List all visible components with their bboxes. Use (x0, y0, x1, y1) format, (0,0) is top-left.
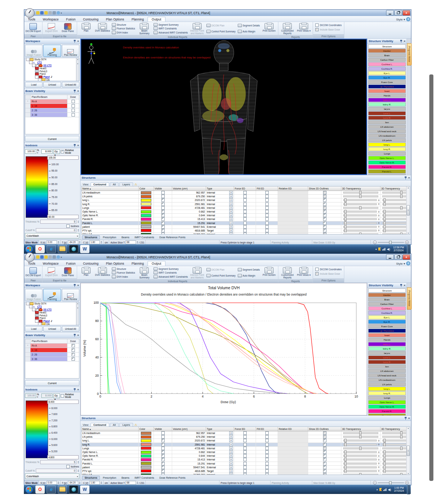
type-dropdown-icon[interactable]: ▾ (229, 217, 233, 221)
tree-item-qa[interactable]: -QA (25, 79, 79, 81)
titlebar[interactable]: ▾ Monaco@Monaco1 - [00524, HRECHANOVSKYI… (24, 10, 411, 16)
structure-visibility-item-carbon-fiber[interactable]: Carbon Fiber (368, 302, 406, 306)
patient-3d-view[interactable]: Density overrides used in Monaco calcula… (81, 39, 366, 174)
help-icon[interactable]: ? (406, 261, 410, 265)
type-dropdown-icon[interactable]: ▾ (229, 450, 233, 454)
dose-checkbox[interactable] (72, 348, 75, 352)
force-ed-checkbox[interactable] (243, 221, 247, 225)
main-viewport[interactable]: Density overrides used in Monaco calcula… (80, 39, 367, 175)
main-viewport[interactable]: Total Volume DVHDensity overrides used i… (80, 283, 367, 415)
minimize-button[interactable] (386, 10, 394, 16)
progress-meter-tab[interactable]: Progress Meter (407, 43, 412, 66)
spinner-icon[interactable]: ▲▼ (79, 481, 80, 484)
dicom-export-button[interactable]: DICOM Export (25, 267, 41, 278)
transparency-slider[interactable] (343, 203, 377, 205)
color-swatch[interactable] (141, 458, 151, 461)
thickness-field[interactable]: 5 (40, 220, 76, 224)
structure-row-patient[interactable]: patient59407.541External▾00 (82, 466, 410, 469)
color-swatch[interactable] (141, 214, 151, 217)
color-swatch[interactable] (141, 206, 151, 209)
type-dropdown-icon[interactable]: ▾ (229, 221, 233, 225)
menu-tab-contouring[interactable]: Contouring (79, 261, 102, 266)
t-coordinate-field[interactable]: -64.20 (68, 481, 78, 485)
isodose-percent-field[interactable]: 100.00 (25, 149, 36, 154)
close-button[interactable]: x (402, 254, 410, 260)
bottom-tab-prescription[interactable]: Prescription (101, 476, 119, 479)
redo-icon[interactable] (44, 11, 48, 15)
structure-visibility-item-heart[interactable]: heart (368, 333, 406, 337)
opera-taskbar-icon[interactable]: O (35, 245, 45, 253)
restore-button[interactable] (394, 10, 402, 16)
structure-row-optic-nerve-r[interactable]: Optic Nerve R.0.644Internal▾00 (82, 454, 410, 458)
fill-ed-checkbox[interactable] (265, 450, 269, 454)
print-views-button[interactable]: Print Views ▾ (296, 22, 312, 35)
hidden-icons-arrow[interactable]: ▴ (376, 488, 378, 491)
visible-checkbox[interactable] (161, 202, 165, 206)
titlebar[interactable]: ▾ Monaco@Monaco1 - [00524, HRECHANOVSKYI… (24, 254, 411, 260)
tree-item-pelvic3[interactable]: Pelvic3 (25, 314, 79, 317)
visible-checkbox[interactable] (161, 214, 165, 217)
transparency-slider[interactable] (343, 451, 377, 453)
dose-checkbox[interactable] (72, 104, 75, 108)
panel-close-icon[interactable]: × (404, 284, 405, 287)
color-swatch[interactable] (141, 432, 151, 435)
dvh-statistics-button[interactable]: DVH Statistics (94, 22, 111, 35)
visible-checkbox[interactable] (161, 458, 165, 461)
structure-row-ln-mediastinum[interactable]: LN mediastinum962.957Internal▾ (82, 431, 410, 435)
show-2d-outlines-checkbox[interactable] (323, 221, 326, 225)
relative-mode-checkbox[interactable] (61, 150, 64, 153)
menu-tab-output[interactable]: Output (148, 261, 165, 266)
panel-close-icon[interactable]: × (77, 40, 79, 43)
column-header-visible[interactable]: Visible (154, 186, 172, 191)
spinner-icon[interactable]: ▲▼ (137, 481, 138, 484)
column-header-volume-cm[interactable]: Volume (cm³) (172, 186, 206, 191)
structure-visibility-item-lien[interactable]: lien (368, 120, 406, 124)
color-swatch[interactable] (141, 210, 151, 213)
visible-checkbox[interactable] (161, 191, 165, 194)
fill-ed-checkbox[interactable] (265, 435, 269, 438)
pin-icon[interactable] (400, 40, 402, 43)
pin-icon[interactable] (405, 176, 407, 179)
color-swatch[interactable] (141, 443, 151, 446)
structure-visibility-item-lung-r[interactable]: lung R. (368, 147, 406, 151)
panel-close-icon[interactable]: × (77, 144, 79, 147)
transparency-slider[interactable] (343, 463, 377, 465)
beam-row-rx-a[interactable]: -Rx A (25, 344, 79, 348)
type-dropdown-icon[interactable]: ▾ (229, 462, 233, 465)
structure-visibility-item-optic-nerve-r[interactable]: Optic Nerve R. (368, 160, 406, 165)
transparency-slider[interactable] (343, 195, 378, 197)
column-header-name[interactable]: Name ▴ (82, 427, 139, 431)
isodose-value-field[interactable]: 8.000 (41, 393, 53, 398)
column-header-force-ed[interactable]: Force ED (234, 186, 256, 191)
print-icon[interactable] (53, 255, 56, 259)
spinner-icon[interactable]: ▲▼ (101, 241, 102, 244)
type-dropdown-icon[interactable]: ▾ (229, 229, 233, 232)
save-icon[interactable] (36, 11, 40, 15)
pin-icon[interactable] (74, 144, 76, 147)
info-icon[interactable] (57, 11, 60, 15)
force-ed-checkbox[interactable] (243, 443, 247, 446)
column-header-3d-transparency-9[interactable]: 3D Transparency (341, 186, 380, 191)
zoom-out-icon[interactable]: − (373, 240, 377, 244)
segment-details-button[interactable]: Segment Details (238, 24, 260, 27)
close-button[interactable]: x (402, 10, 410, 16)
structure-row-optic-nerve-l[interactable]: Optic Nerve L.0.662Internal▾00 (82, 450, 410, 454)
volume-icon[interactable]: ◀) (388, 488, 391, 491)
isodose-level-label[interactable]: 60.00 (47, 215, 79, 219)
beam-row-1-16[interactable]: 1: 16 (25, 104, 79, 108)
thickness-field[interactable]: 5 (40, 460, 76, 464)
structure-visibility-item-parotid-r[interactable]: Parotid R. (368, 409, 406, 413)
tree-checkbox[interactable] (36, 308, 39, 311)
visible-checkbox[interactable] (161, 225, 165, 229)
column-header-show-2d-outlines[interactable]: Show 2D Outlines (308, 427, 341, 431)
show-desktop-button[interactable] (407, 485, 410, 494)
color-swatch[interactable] (141, 218, 151, 221)
dicom-export-button[interactable]: DICOM Export (25, 22, 41, 34)
force-ed-checkbox[interactable] (243, 473, 247, 475)
fill-ed-checkbox[interactable] (265, 225, 269, 229)
force-ed-checkbox[interactable] (243, 466, 247, 469)
fill-ed-checkbox[interactable] (265, 233, 269, 235)
show-2d-outlines-checkbox[interactable] (323, 233, 326, 235)
print-screen-button[interactable]: Print Screen (261, 267, 277, 279)
tree-item-pelvic3[interactable]: Pelvic3 (25, 70, 79, 73)
